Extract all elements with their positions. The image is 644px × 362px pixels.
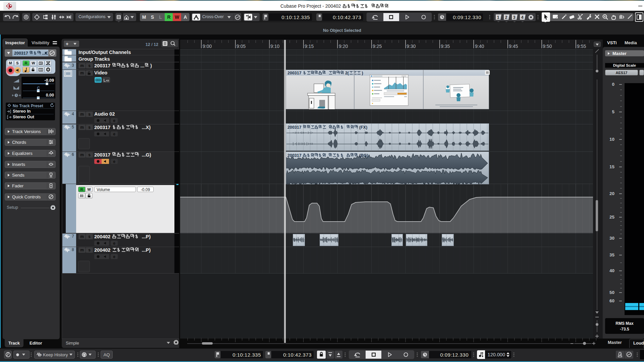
svg-text:43: 43 [106, 79, 109, 82]
svg-text:200317: 200317 [94, 152, 112, 158]
svg-text:2: 2 [505, 15, 507, 20]
svg-text:...G): ...G) [140, 152, 151, 158]
svg-text:4: 4 [521, 15, 524, 20]
svg-text:200317: 200317 [14, 51, 29, 56]
svg-text:...: ... [140, 63, 144, 68]
svg-text:...P): ...P) [140, 234, 151, 239]
svg-text:200402: 200402 [94, 234, 112, 239]
svg-text:(BG): (BG) [359, 153, 368, 158]
svg-text:Cubase Pro Project - 200402: Cubase Pro Project - 200402 [280, 3, 342, 9]
svg-text:200317: 200317 [287, 125, 303, 130]
svg-text:(FX): (FX) [359, 125, 367, 130]
svg-text:200317: 200317 [287, 153, 303, 158]
svg-text:200317: 200317 [94, 63, 112, 68]
svg-text:...X): ...X) [140, 125, 151, 130]
svg-text:...P): ...P) [140, 247, 151, 253]
svg-text:): ) [150, 63, 152, 68]
svg-text:3: 3 [513, 15, 515, 20]
svg-text:200317: 200317 [94, 125, 112, 130]
svg-text:1: 1 [497, 15, 499, 20]
svg-text:200402: 200402 [94, 247, 112, 253]
